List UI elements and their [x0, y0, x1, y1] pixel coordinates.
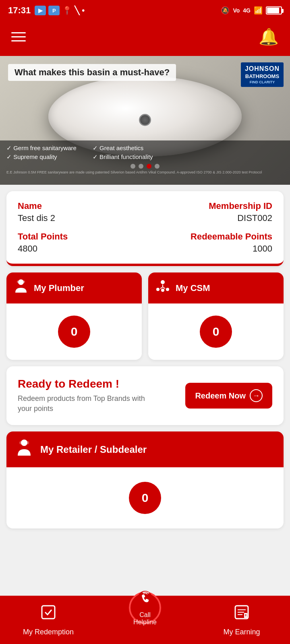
hamburger-menu[interactable]	[11, 32, 26, 41]
total-points-value: 4800	[18, 244, 68, 254]
helpline-nav-item[interactable]: Call Helpline	[97, 592, 193, 624]
helpline-label: Call Helpline	[130, 611, 160, 626]
redeem-title: Ready to Redeem !	[18, 378, 147, 390]
redeemable-label: Redeemable Points	[191, 231, 272, 242]
promo-banner: What makes this basin a must-have? JOHNS…	[0, 56, 290, 185]
banner-bottom: Germ free sanitaryware Supreme quality G…	[0, 140, 290, 185]
banner-features: Germ free sanitaryware Supreme quality G…	[6, 144, 284, 161]
redemption-label: My Redemption	[23, 628, 74, 636]
svg-rect-7	[19, 441, 29, 444]
svg-rect-8	[42, 606, 55, 619]
redeem-arrow-icon: →	[250, 389, 263, 402]
retailer-card[interactable]: My Retailer / Subdealer 0	[6, 431, 284, 528]
network-icon: 4G	[243, 7, 251, 14]
banner-dots	[6, 164, 284, 169]
plumber-icon	[13, 278, 29, 298]
helpline-circle: Call Helpline	[129, 592, 161, 624]
dot-1[interactable]	[130, 164, 135, 169]
svg-point-2	[161, 280, 165, 284]
battery-icon	[266, 6, 282, 14]
csm-icon	[155, 278, 171, 298]
time-display: 17:31	[8, 5, 31, 16]
features-col-2: Great aesthetics Brilliant functionality	[93, 144, 153, 161]
location-icon: 📍	[62, 6, 72, 15]
csm-tile-header: My CSM	[148, 272, 284, 303]
vo-icon: Vo	[233, 7, 240, 14]
redeem-card: Ready to Redeem ! Redeem products from T…	[6, 366, 284, 425]
redeem-btn-label: Redeem Now	[195, 391, 246, 400]
app-header: 🔔	[0, 21, 290, 56]
redeemable-section: Redeemable Points 1000	[191, 231, 272, 254]
tiles-row: My Plumber 0	[6, 272, 284, 360]
dot-3[interactable]	[147, 164, 151, 169]
signal-bars-icon: 📶	[254, 6, 263, 15]
redeem-description: Redeem products from Top Brands with you…	[18, 394, 147, 414]
svg-rect-1	[17, 281, 25, 283]
notification-bell[interactable]: 🔔	[259, 27, 279, 46]
name-section: Name Test dis 2	[18, 201, 55, 223]
redeem-text: Ready to Redeem ! Redeem products from T…	[18, 378, 147, 414]
name-value: Test dis 2	[18, 213, 55, 223]
membership-value: DIST002	[209, 213, 272, 223]
plumber-title: My Plumber	[34, 283, 84, 293]
plumber-tile[interactable]: My Plumber 0	[6, 272, 142, 360]
brand-logo: JOHNSON BATHROOMS FIND CLARITY	[241, 62, 284, 87]
membership-section: Membership ID DIST002	[209, 201, 272, 223]
signal-icon: ╲	[75, 6, 79, 15]
earning-label: My Earning	[223, 628, 260, 636]
retailer-header: My Retailer / Subdealer	[6, 431, 284, 467]
earning-icon	[233, 603, 251, 625]
retailer-title: My Retailer / Subdealer	[40, 444, 147, 455]
dot-icon: •	[82, 6, 85, 15]
total-points-label: Total Points	[18, 231, 68, 242]
helpline-icon	[137, 590, 153, 610]
profile-name-row: Name Test dis 2 Membership ID DIST002	[18, 201, 272, 223]
basin-drain	[139, 114, 151, 126]
banner-fine-print: E.E Johnson 0.5M FREE sanitaryware are m…	[6, 170, 284, 174]
status-icons: ▶ P 📍 ╲ •	[35, 6, 85, 15]
plumber-body: 0	[6, 303, 142, 360]
feature-3: Great aesthetics	[93, 144, 153, 152]
retailer-icon	[14, 438, 34, 461]
status-bar: 17:31 ▶ P 📍 ╲ • 🔕 Vo 4G 📶	[0, 0, 290, 21]
status-left: 17:31 ▶ P 📍 ╲ •	[8, 5, 85, 16]
features-col-1: Germ free sanitaryware Supreme quality	[6, 144, 77, 161]
mute-icon: 🔕	[221, 6, 230, 15]
redemption-nav-item[interactable]: My Redemption	[0, 603, 97, 636]
plumber-tile-header: My Plumber	[6, 272, 142, 303]
feature-2: Supreme quality	[6, 153, 77, 161]
csm-count: 0	[200, 316, 232, 348]
name-label: Name	[18, 201, 55, 211]
csm-body: 0	[148, 303, 284, 360]
earning-nav-item[interactable]: My Earning	[193, 603, 290, 636]
redeemable-value: 1000	[191, 244, 272, 254]
retailer-body: 0	[6, 467, 284, 528]
status-right: 🔕 Vo 4G 📶	[221, 6, 282, 15]
main-content: Name Test dis 2 Membership ID DIST002 To…	[0, 185, 290, 612]
total-points-section: Total Points 4800	[18, 231, 68, 254]
retailer-count: 0	[129, 482, 161, 514]
bottom-nav: My Redemption Call Helpline	[0, 596, 290, 644]
redemption-icon	[39, 603, 57, 625]
feature-1: Germ free sanitaryware	[6, 144, 77, 152]
dot-2[interactable]	[139, 164, 143, 169]
dot-4[interactable]	[155, 164, 160, 169]
profile-card: Name Test dis 2 Membership ID DIST002 To…	[6, 191, 284, 266]
csm-tile[interactable]: My CSM 0	[148, 272, 284, 360]
redeem-now-button[interactable]: Redeem Now →	[185, 383, 272, 409]
svg-point-5	[161, 289, 164, 292]
banner-tagline: What makes this basin a must-have?	[8, 64, 176, 81]
csm-title: My CSM	[176, 283, 210, 293]
camera-icon: ▶	[35, 6, 46, 15]
membership-label: Membership ID	[209, 201, 272, 211]
plumber-count: 0	[58, 316, 90, 348]
feature-4: Brilliant functionality	[93, 153, 153, 161]
profile-points-row: Total Points 4800 Redeemable Points 1000	[18, 231, 272, 254]
parking-icon: P	[48, 6, 60, 15]
